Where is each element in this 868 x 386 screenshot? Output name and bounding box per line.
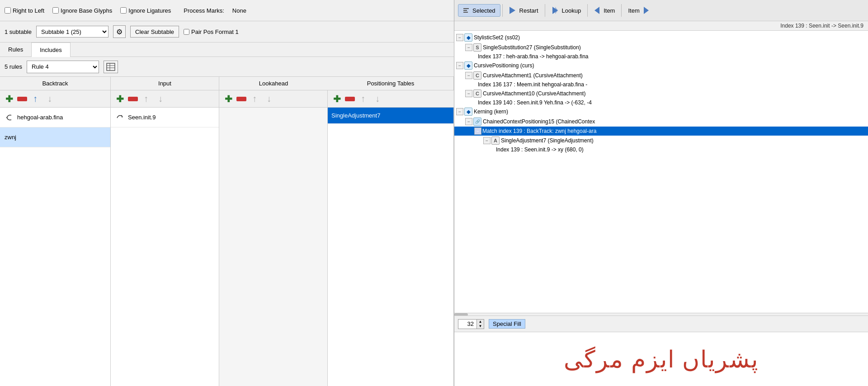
positioning-item-0[interactable]: SingleAdjustment7 xyxy=(328,108,453,124)
spinbox: 32 ▲ ▼ xyxy=(458,319,484,329)
tree-toggle-match139[interactable]: − xyxy=(474,127,481,135)
tree-label-index139a: Index 139 140 : Seen.init.9 Yeh.fina -> … xyxy=(478,99,592,106)
prev-index-label: Index 139 : Seen.init -> Seen.init.9 xyxy=(454,21,868,31)
table-view-button[interactable] xyxy=(104,61,118,73)
next-item-button[interactable]: Item xyxy=(623,5,653,16)
tree-label-kern: Kerning (kern) xyxy=(474,108,508,115)
positioning-up-button[interactable]: ↑ xyxy=(357,93,369,105)
prev-item-button[interactable]: Item xyxy=(590,5,619,16)
tree-item-index139b[interactable]: Index 139 : Seen.init.9 -> xy (680, 0) xyxy=(454,146,868,154)
left-panel: Right to Left Ignore Base Glyphs Ignore … xyxy=(0,0,454,386)
ignore-base-glyphs-checkbox[interactable]: Ignore Base Glyphs xyxy=(52,7,112,14)
ignore-base-glyphs-input[interactable] xyxy=(52,7,59,14)
backtrack-up-button[interactable]: ↑ xyxy=(29,93,42,105)
process-marks-label: Process Marks: xyxy=(184,7,224,14)
pair-pos-input[interactable] xyxy=(184,29,189,35)
rules-count: 5 rules xyxy=(5,63,22,70)
spinbox-value: 32 xyxy=(458,320,476,328)
positioning-add-button[interactable]: ✚ xyxy=(330,93,343,105)
lookahead-remove-button[interactable] xyxy=(236,97,246,101)
tree-label-curs: CursivePositioning (curs) xyxy=(474,62,534,69)
input-remove-button[interactable] xyxy=(128,97,138,101)
tree-item-index137[interactable]: Index 137 : heh-arab.fina -> hehgoal-ara… xyxy=(454,52,868,61)
link-icon-ccp15: 🔗 xyxy=(473,118,481,126)
lookup-button[interactable]: Lookup xyxy=(547,5,586,16)
lookahead-header: Lookahead xyxy=(219,77,328,90)
input-up-button[interactable]: ↑ xyxy=(140,93,152,105)
right-toolbar: Selected Restart Lookup xyxy=(454,0,868,21)
backtrack-glyph-name-1: zwnj xyxy=(5,134,16,141)
svg-marker-12 xyxy=(594,7,599,14)
backtrack-down-button[interactable]: ↓ xyxy=(43,93,56,105)
tree-item-chained-ctx15[interactable]: − 🔗 ChainedContextPositioning15 (Chained… xyxy=(454,117,868,127)
tabs-bar: Rules Includes xyxy=(0,42,454,57)
tree-toggle-kern[interactable]: − xyxy=(456,108,463,115)
content-area: hehgoal-arab.fina zwnj Seen.init.9 xyxy=(0,108,454,386)
tree-label-ss27: SingleSubstitution27 (SingleSubstitution… xyxy=(483,44,581,51)
input-item-0[interactable]: Seen.init.9 xyxy=(111,108,219,127)
right-to-left-input[interactable] xyxy=(5,7,11,14)
right-to-left-checkbox[interactable]: Right to Left xyxy=(5,7,44,14)
svg-marker-13 xyxy=(644,7,649,14)
s-icon-ss27: S xyxy=(473,43,481,52)
tree-item-cursive-att10[interactable]: − C CursiveAttachment10 (CursiveAttachme… xyxy=(454,89,868,99)
backtrack-add-button[interactable]: ✚ xyxy=(3,93,15,105)
positioning-down-button[interactable]: ↓ xyxy=(371,93,384,105)
tree-item-cursive-pos[interactable]: − ◆ CursivePositioning (curs) xyxy=(454,61,868,71)
tree-toggle-ca10[interactable]: − xyxy=(465,90,472,97)
lookahead-column xyxy=(219,108,328,386)
svg-line-5 xyxy=(121,115,123,117)
tree-toggle-curs[interactable]: − xyxy=(456,62,463,69)
c-icon-ca1: C xyxy=(473,71,481,80)
tree-item-match-index139[interactable]: − Match index 139 : BackTrack: zwnj hehg… xyxy=(454,127,868,136)
backtrack-item-0[interactable]: hehgoal-arab.fina xyxy=(0,108,110,127)
restart-button[interactable]: Restart xyxy=(505,5,543,16)
clear-subtable-button[interactable]: Clear Subtable xyxy=(130,26,179,38)
spinbox-down-button[interactable]: ▼ xyxy=(476,324,484,329)
input-glyph-name-0: Seen.init.9 xyxy=(128,114,156,121)
tree-item-stylistic-set2[interactable]: − ◆ StylisticSet2 (ss02) xyxy=(454,33,868,42)
tree-toggle-sa7[interactable]: − xyxy=(483,137,491,144)
special-fill-label: Special Fill xyxy=(489,319,525,329)
pair-pos-checkbox[interactable]: Pair Pos Format 1 xyxy=(184,28,239,35)
rule-select[interactable]: Rule 1 Rule 2 Rule 3 Rule 4 Rule 5 xyxy=(27,61,99,73)
lookahead-down-button[interactable]: ↓ xyxy=(263,93,275,105)
tree-item-kerning[interactable]: − ◆ Kerning (kern) xyxy=(454,107,868,117)
spinbox-up-button[interactable]: ▲ xyxy=(476,320,484,324)
bottom-area: 32 ▲ ▼ Special Fill xyxy=(454,315,868,332)
tree-item-cursive-att1[interactable]: − C CursiveAttachment1 (CursiveAttachmen… xyxy=(454,71,868,80)
ignore-ligatures-checkbox[interactable]: Ignore Ligatures xyxy=(120,7,171,14)
svg-marker-9 xyxy=(509,7,515,14)
gear-button[interactable]: ⚙ xyxy=(113,25,126,38)
tree-item-index139a[interactable]: Index 139 140 : Seen.init.9 Yeh.fina -> … xyxy=(454,99,868,107)
svg-rect-6 xyxy=(463,8,469,9)
input-down-button[interactable]: ↓ xyxy=(154,93,167,105)
diamond-icon-kern: ◆ xyxy=(464,108,472,116)
positioning-actions: ✚ ↑ ↓ xyxy=(328,90,454,107)
input-actions: ✚ ↑ ↓ xyxy=(111,90,219,107)
backtrack-remove-button[interactable] xyxy=(17,97,27,101)
prev-item-label: Item xyxy=(604,7,615,14)
positioning-remove-button[interactable] xyxy=(345,97,355,101)
input-column: Seen.init.9 xyxy=(111,108,219,386)
toolbar-sep-4 xyxy=(621,4,622,17)
selected-button[interactable]: Selected xyxy=(458,4,500,17)
columns-header: Backtrack Input Lookahead Positioning Ta… xyxy=(0,77,454,90)
tree-item-index136[interactable]: Index 136 137 : Meem.init hehgoal-arab.f… xyxy=(454,80,868,89)
tree-toggle-ca1[interactable]: − xyxy=(465,72,472,79)
lookahead-actions: ✚ ↑ ↓ xyxy=(219,90,328,107)
tree-item-single-adj7[interactable]: − A SingleAdjustment7 (SingleAdjustment) xyxy=(454,136,868,146)
subtable-select[interactable]: Subtable 1 (25) xyxy=(36,26,108,38)
tree-toggle-ss2[interactable]: − xyxy=(456,34,463,41)
tree-toggle-ccp15[interactable]: − xyxy=(465,118,472,125)
top-bar: Right to Left Ignore Base Glyphs Ignore … xyxy=(0,0,454,21)
input-add-button[interactable]: ✚ xyxy=(113,93,126,105)
lookahead-up-button[interactable]: ↑ xyxy=(248,93,261,105)
tree-toggle-ss27[interactable]: − xyxy=(465,44,472,51)
lookahead-add-button[interactable]: ✚ xyxy=(222,93,235,105)
tree-item-single-sub27[interactable]: − S SingleSubstitution27 (SingleSubstitu… xyxy=(454,42,868,52)
tree-label-ss2: StylisticSet2 (ss02) xyxy=(474,34,520,41)
tab-includes[interactable]: Includes xyxy=(31,42,70,57)
backtrack-item-1[interactable]: zwnj xyxy=(0,127,110,147)
ignore-ligatures-input[interactable] xyxy=(120,7,127,14)
